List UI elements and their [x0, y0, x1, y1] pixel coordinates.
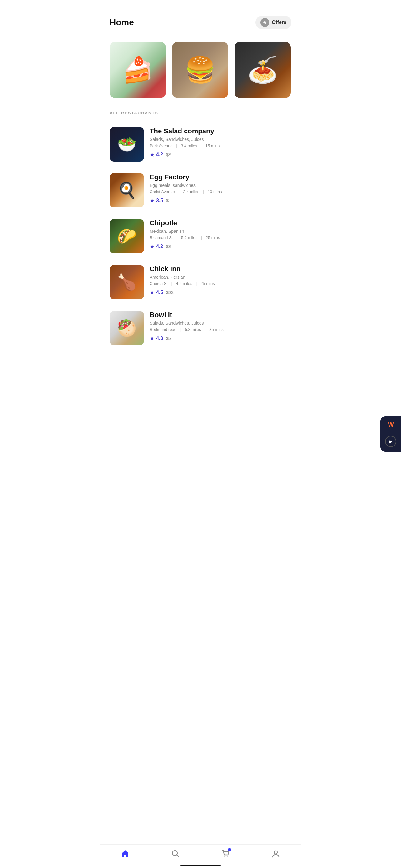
restaurant-rating-chipotle: ★ 4.2 $$	[149, 243, 291, 250]
rating-star-chipotle: ★ 4.2	[149, 243, 163, 250]
separator: |	[201, 144, 202, 148]
price-level-egg-factory: $	[166, 198, 169, 203]
restaurant-info-bowl-it: Bowl It Salads, Sandwiches, Juices Redmu…	[149, 311, 291, 342]
star-icon: ★	[149, 289, 155, 296]
restaurant-rating-salad-company: ★ 4.2 $$	[149, 151, 291, 158]
restaurant-info-egg-factory: Egg Factory Egg meals, sandwiches Christ…	[149, 173, 291, 204]
restaurant-name-salad-company: The Salad company	[149, 127, 291, 135]
price-level-salad-company: $$	[166, 152, 171, 157]
restaurant-image-chipotle: 🌮	[110, 219, 144, 253]
offers-label: Offers	[272, 20, 287, 25]
star-icon: ★	[149, 243, 155, 250]
restaurant-address-salad-company: Park Avenue	[149, 144, 172, 148]
separator: |	[176, 235, 177, 240]
rating-value-bowl-it: 4.3	[156, 336, 163, 341]
restaurant-item-chipotle[interactable]: 🌮 Chipotle Mexican, Spanish Richmond St …	[110, 213, 291, 259]
separator: |	[196, 281, 197, 286]
header: Home ⊕ Offers	[100, 0, 301, 36]
restaurant-name-chick-inn: Chick Inn	[149, 265, 291, 273]
rating-star-salad-company: ★ 4.2	[149, 151, 163, 158]
separator: |	[178, 189, 179, 194]
restaurant-time-chipotle: 25 mins	[206, 235, 220, 240]
restaurant-image-chick-inn: 🍗	[110, 265, 144, 299]
rating-value-chick-inn: 4.5	[156, 290, 163, 295]
restaurant-item-egg-factory[interactable]: 🍳 Egg Factory Egg meals, sandwiches Chri…	[110, 167, 291, 213]
restaurant-name-bowl-it: Bowl It	[149, 311, 291, 319]
rating-value-egg-factory: 3.5	[156, 198, 163, 204]
restaurant-info-salad-company: The Salad company Salads, Sandwiches, Ju…	[149, 127, 291, 158]
offers-button[interactable]: ⊕ Offers	[256, 16, 291, 29]
restaurant-list: 🥗 The Salad company Salads, Sandwiches, …	[100, 122, 301, 351]
restaurant-item-salad-company[interactable]: 🥗 The Salad company Salads, Sandwiches, …	[110, 122, 291, 167]
price-level-bowl-it: $$	[166, 336, 171, 341]
price-level-chick-inn: $$$	[166, 290, 173, 295]
restaurant-time-salad-company: 15 mins	[205, 144, 220, 148]
restaurant-time-egg-factory: 10 mins	[208, 189, 222, 194]
restaurant-address-bowl-it: Redmund road	[149, 327, 176, 332]
restaurant-time-bowl-it: 35 mins	[209, 327, 224, 332]
promo-images-row	[100, 36, 301, 107]
separator: |	[176, 144, 177, 148]
restaurant-name-egg-factory: Egg Factory	[149, 173, 291, 181]
restaurant-image-bowl-it: 🥙	[110, 311, 144, 345]
restaurant-image-egg-factory: 🍳	[110, 173, 144, 208]
restaurant-item-bowl-it[interactable]: 🥙 Bowl It Salads, Sandwiches, Juices Red…	[110, 305, 291, 351]
restaurant-address-egg-factory: Christ Avenue	[149, 189, 175, 194]
restaurant-cuisine-egg-factory: Egg meals, sandwiches	[149, 183, 291, 188]
star-icon: ★	[149, 197, 155, 204]
restaurant-info-chipotle: Chipotle Mexican, Spanish Richmond St | …	[149, 219, 291, 250]
restaurant-time-chick-inn: 25 mins	[201, 281, 215, 286]
promo-image-burger[interactable]	[172, 42, 228, 98]
rating-star-egg-factory: ★ 3.5	[149, 197, 163, 204]
restaurant-cuisine-chick-inn: American, Persian	[149, 275, 291, 280]
restaurant-rating-bowl-it: ★ 4.3 $$	[149, 335, 291, 342]
restaurant-meta-bowl-it: Redmund road | 5.8 miles | 35 mins	[149, 327, 291, 332]
page-title: Home	[110, 18, 134, 28]
restaurant-address-chick-inn: Church St	[149, 281, 168, 286]
separator: |	[205, 327, 205, 332]
rating-value-chipotle: 4.2	[156, 244, 163, 249]
promo-image-cake[interactable]	[110, 42, 166, 98]
offers-icon: ⊕	[261, 18, 269, 27]
separator: |	[171, 281, 172, 286]
star-icon: ★	[149, 151, 155, 158]
restaurant-distance-chipotle: 5.2 miles	[181, 235, 197, 240]
restaurant-distance-salad-company: 3.4 miles	[181, 144, 197, 148]
restaurant-cuisine-salad-company: Salads, Sandwiches, Juices	[149, 137, 291, 142]
rating-star-bowl-it: ★ 4.3	[149, 335, 163, 342]
star-icon: ★	[149, 335, 155, 342]
restaurant-meta-egg-factory: Christ Avenue | 2.4 miles | 10 mins	[149, 189, 291, 194]
restaurant-meta-chick-inn: Church St | 4.2 miles | 25 mins	[149, 281, 291, 286]
separator: |	[180, 327, 181, 332]
restaurant-distance-bowl-it: 5.8 miles	[185, 327, 201, 332]
restaurant-distance-egg-factory: 2.4 miles	[183, 189, 199, 194]
restaurant-cuisine-bowl-it: Salads, Sandwiches, Juices	[149, 320, 291, 326]
restaurant-meta-salad-company: Park Avenue | 3.4 miles | 15 mins	[149, 144, 291, 148]
restaurant-item-chick-inn[interactable]: 🍗 Chick Inn American, Persian Church St …	[110, 259, 291, 305]
restaurant-meta-chipotle: Richmond St | 5.2 miles | 25 mins	[149, 235, 291, 240]
separator: |	[201, 235, 202, 240]
rating-value-salad-company: 4.2	[156, 152, 163, 157]
separator: |	[203, 189, 204, 194]
restaurant-rating-egg-factory: ★ 3.5 $	[149, 197, 291, 204]
restaurant-address-chipotle: Richmond St	[149, 235, 173, 240]
restaurant-rating-chick-inn: ★ 4.5 $$$	[149, 289, 291, 296]
rating-star-chick-inn: ★ 4.5	[149, 289, 163, 296]
restaurant-cuisine-chipotle: Mexican, Spanish	[149, 229, 291, 234]
restaurant-distance-chick-inn: 4.2 miles	[176, 281, 192, 286]
promo-image-pasta[interactable]	[235, 42, 291, 98]
price-level-chipotle: $$	[166, 244, 171, 249]
restaurant-image-salad-company: 🥗	[110, 127, 144, 161]
section-title: ALL RESTAURANTS	[100, 107, 301, 122]
restaurant-name-chipotle: Chipotle	[149, 219, 291, 227]
restaurant-info-chick-inn: Chick Inn American, Persian Church St | …	[149, 265, 291, 296]
